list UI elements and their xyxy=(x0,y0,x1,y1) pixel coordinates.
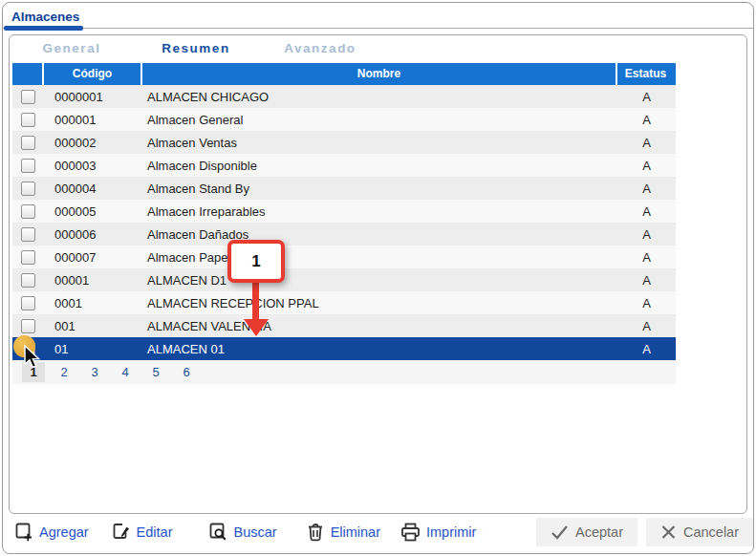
row-nombre: ALMACEN CHICAGO xyxy=(142,90,617,104)
row-estatus: A xyxy=(617,296,676,310)
editar-button[interactable]: Editar xyxy=(111,522,173,543)
almacenes-window: Almacenes GeneralResumenAvanzado Código … xyxy=(2,2,754,554)
check-icon xyxy=(551,524,569,540)
row-checkbox[interactable] xyxy=(21,90,35,104)
row-estatus: A xyxy=(617,319,676,333)
page-6[interactable]: 6 xyxy=(175,362,198,382)
row-estatus: A xyxy=(617,273,676,288)
table-row[interactable]: 000006 Almacen Dañados A xyxy=(12,223,676,246)
row-codigo: 000005 xyxy=(44,204,142,219)
table-row[interactable]: 000007 Almacen Papele A xyxy=(12,246,676,268)
row-checkbox[interactable] xyxy=(21,319,35,333)
aceptar-label: Aceptar xyxy=(575,524,623,540)
row-select-cell[interactable] xyxy=(12,136,44,150)
edit-icon xyxy=(111,522,132,543)
page-5[interactable]: 5 xyxy=(144,362,167,382)
editar-label: Editar xyxy=(137,524,173,540)
row-codigo: 000004 xyxy=(44,182,142,196)
imprimir-button[interactable]: Imprimir xyxy=(400,522,476,543)
buscar-label: Buscar xyxy=(233,524,276,540)
cancelar-button[interactable]: Cancelar xyxy=(646,518,753,546)
row-select-cell[interactable] xyxy=(12,250,44,265)
page-4[interactable]: 4 xyxy=(114,362,137,382)
row-codigo: 001 xyxy=(44,319,142,333)
main-panel: GeneralResumenAvanzado Código Nombre Est… xyxy=(9,34,747,514)
agregar-label: Agregar xyxy=(39,524,89,540)
table-row[interactable]: 000002 Almacen Ventas A xyxy=(12,131,676,154)
row-select-cell[interactable] xyxy=(12,227,44,242)
callout-step-box: 1 xyxy=(227,240,285,283)
row-checkbox[interactable] xyxy=(21,113,35,127)
trash-icon xyxy=(305,522,326,543)
table-row[interactable]: 000005 Almacen Irreparables A xyxy=(12,200,676,223)
row-estatus: A xyxy=(617,136,676,150)
row-select-cell[interactable] xyxy=(12,273,44,288)
row-nombre: ALMACEN 01 xyxy=(142,342,617,356)
row-codigo: 000007 xyxy=(44,250,142,265)
row-select-cell[interactable] xyxy=(12,113,44,127)
row-select-cell[interactable] xyxy=(12,204,44,219)
column-header-nombre[interactable]: Nombre xyxy=(142,63,617,85)
title-active-underline xyxy=(4,26,83,31)
table-row[interactable]: 000001 Almacen General A xyxy=(12,108,676,131)
row-estatus: A xyxy=(617,182,676,196)
column-header-estatus[interactable]: Estatus xyxy=(617,63,674,85)
row-select-cell[interactable] xyxy=(12,159,44,173)
callout-arrow-head xyxy=(244,319,269,336)
row-nombre: ALMACEN RECEPCION PPAL xyxy=(142,296,617,310)
row-nombre: Almacen Dañados xyxy=(142,227,617,242)
row-codigo: 0001 xyxy=(44,296,142,310)
row-nombre: Almacen General xyxy=(142,113,617,127)
cancelar-label: Cancelar xyxy=(683,524,739,540)
collapse-toolbar-icon[interactable] xyxy=(486,522,486,543)
table-row[interactable]: 0000001 ALMACEN CHICAGO A xyxy=(12,85,676,108)
table-row[interactable]: 01 ALMACEN 01 A xyxy=(12,337,676,360)
row-checkbox[interactable] xyxy=(21,227,35,242)
row-checkbox[interactable] xyxy=(21,182,35,196)
row-select-cell[interactable] xyxy=(12,90,44,104)
row-checkbox[interactable] xyxy=(21,136,35,150)
row-codigo: 000003 xyxy=(44,159,142,173)
row-codigo: 000006 xyxy=(44,227,142,242)
agregar-button[interactable]: Agregar xyxy=(13,522,89,543)
bottom-toolbar: Agregar Editar Buscar Elimina xyxy=(3,513,753,551)
search-icon xyxy=(207,522,228,543)
row-estatus: A xyxy=(617,113,676,127)
table-body: 0000001 ALMACEN CHICAGO A 000001 Almacen… xyxy=(12,85,676,360)
row-estatus: A xyxy=(617,204,676,219)
row-checkbox[interactable] xyxy=(21,159,35,173)
table-row[interactable]: 001 ALMACEN VALENCIA A xyxy=(12,314,676,337)
page-3[interactable]: 3 xyxy=(83,362,106,382)
row-checkbox[interactable] xyxy=(21,250,35,265)
tab-avanzado[interactable]: Avanzado xyxy=(258,41,382,62)
row-checkbox[interactable] xyxy=(21,204,35,219)
mouse-cursor-icon xyxy=(23,345,42,372)
table-row[interactable]: 0001 ALMACEN RECEPCION PPAL A xyxy=(12,291,676,314)
eliminar-button[interactable]: Eliminar xyxy=(305,522,380,543)
row-select-cell[interactable] xyxy=(12,182,44,196)
page-2[interactable]: 2 xyxy=(53,362,76,382)
aceptar-button[interactable]: Aceptar xyxy=(536,518,637,546)
column-header-codigo[interactable]: Código xyxy=(44,63,142,85)
row-nombre: Almacen Irreparables xyxy=(142,204,617,219)
table-row[interactable]: 000004 Almacen Stand By A xyxy=(12,177,676,200)
column-header-select[interactable] xyxy=(12,63,44,85)
tab-bar: GeneralResumenAvanzado xyxy=(10,35,746,62)
tab-general[interactable]: General xyxy=(10,41,134,62)
row-nombre: ALMACEN D1 xyxy=(142,273,617,288)
row-select-cell[interactable] xyxy=(12,319,44,333)
row-nombre: Almacen Ventas xyxy=(142,136,617,150)
row-checkbox[interactable] xyxy=(21,296,35,310)
window-titlebar: Almacenes xyxy=(3,3,753,29)
table-row[interactable]: 000003 Almacen Disponible A xyxy=(12,154,676,177)
row-codigo: 01 xyxy=(44,342,142,356)
table-row[interactable]: 00001 ALMACEN D1 A xyxy=(12,268,676,291)
row-checkbox[interactable] xyxy=(21,273,35,288)
buscar-button[interactable]: Buscar xyxy=(207,522,276,543)
row-codigo: 000002 xyxy=(44,136,142,150)
row-codigo: 00001 xyxy=(44,273,142,288)
row-select-cell[interactable] xyxy=(12,296,44,310)
tab-resumen[interactable]: Resumen xyxy=(134,41,258,62)
table-header-row: Código Nombre Estatus xyxy=(12,63,676,85)
add-record-icon xyxy=(13,522,34,543)
